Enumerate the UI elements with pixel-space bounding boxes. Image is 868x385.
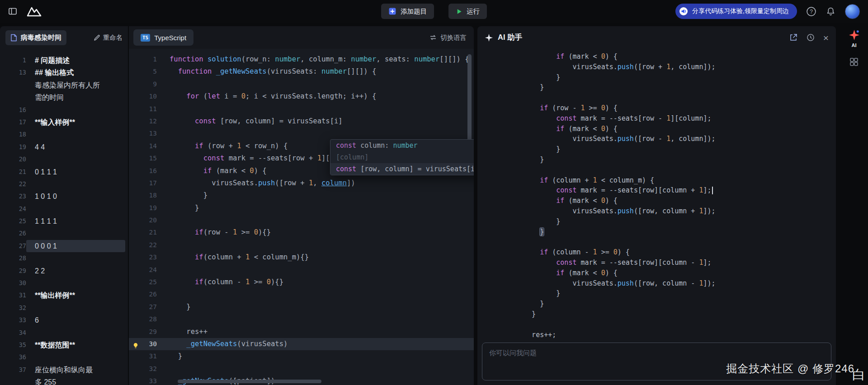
code-line[interactable]: 1function solution(row_n: number, column… bbox=[129, 53, 474, 66]
problem-markdown-editor[interactable]: 1# 问题描述13## 输出格式毒感染屋内所有人所需的时间1617**输入样例*… bbox=[0, 49, 128, 385]
ai-code-line[interactable]: } bbox=[515, 144, 836, 155]
doc-line[interactable]: 18 bbox=[0, 128, 128, 141]
ai-code-line[interactable]: } bbox=[515, 155, 836, 165]
tab-typescript[interactable]: TS TypeScript bbox=[133, 29, 193, 46]
rename-button[interactable]: 重命名 bbox=[94, 33, 123, 42]
ai-code-line[interactable] bbox=[515, 237, 836, 247]
history-button[interactable] bbox=[806, 33, 815, 42]
doc-line[interactable]: 210 1 1 1 bbox=[0, 166, 128, 178]
notifications-button[interactable] bbox=[826, 6, 836, 17]
ai-code-line[interactable]: virusSeats.push([row - 1, column]); bbox=[515, 134, 836, 144]
doc-line[interactable]: 20 bbox=[0, 153, 128, 165]
code-line[interactable]: 9 bbox=[129, 78, 474, 90]
sidebar-toggle-button[interactable] bbox=[8, 7, 17, 16]
ai-code-line[interactable]: if (row - 1 >= 0) { bbox=[515, 103, 836, 113]
ai-code-line[interactable]: virusSeats.push([row, column - 1]); bbox=[515, 278, 836, 289]
editor-horizontal-scrollbar[interactable] bbox=[178, 380, 321, 383]
doc-line[interactable]: 毒感染屋内所有人所 bbox=[0, 79, 128, 91]
ai-response-code[interactable]: if (mark < 0) { virusSeats.push([row + 1… bbox=[477, 49, 836, 339]
ai-code-line[interactable]: } bbox=[515, 216, 836, 227]
user-avatar[interactable] bbox=[845, 4, 860, 19]
code-line[interactable]: 13 bbox=[129, 127, 474, 140]
problem-title-tab[interactable]: 病毒感染时间 bbox=[5, 30, 66, 45]
doc-line[interactable]: 1# 问题描述 bbox=[0, 54, 128, 66]
doc-line[interactable]: 251 1 1 1 bbox=[0, 215, 128, 227]
ai-plugin-button[interactable]: AI bbox=[848, 29, 860, 48]
doc-line[interactable]: 194 4 bbox=[0, 141, 128, 153]
doc-line[interactable]: 31**输出样例** bbox=[0, 289, 128, 301]
ai-code-line[interactable]: if (mark < 0) { bbox=[515, 124, 836, 134]
ai-code-line[interactable] bbox=[515, 93, 836, 103]
code-line[interactable]: 26 bbox=[129, 288, 474, 300]
ai-code-line[interactable]: if (mark < 0) { bbox=[515, 52, 836, 62]
doc-line[interactable]: 26 bbox=[0, 227, 128, 239]
code-line[interactable]: 27 } bbox=[129, 301, 474, 313]
doc-line[interactable]: 34 bbox=[0, 327, 128, 339]
close-panel-button[interactable]: × bbox=[823, 33, 829, 42]
code-line[interactable]: 20 bbox=[129, 214, 474, 226]
doc-line[interactable]: 17**输入样例** bbox=[0, 116, 128, 128]
app-logo[interactable] bbox=[26, 5, 42, 17]
code-line[interactable]: 21 if(row - 1 >= 0){} bbox=[129, 226, 474, 239]
doc-line[interactable]: 32 bbox=[0, 302, 128, 314]
ai-code-line[interactable]: } bbox=[515, 82, 836, 93]
code-line[interactable]: 25 if(column - 1 >= 0){} bbox=[129, 276, 474, 288]
ai-code-line[interactable]: } bbox=[515, 288, 836, 299]
doc-line[interactable]: 需的时间 bbox=[0, 91, 128, 103]
ai-code-line[interactable]: } bbox=[515, 299, 836, 309]
ai-code-line[interactable]: virusSeats.push([row, column + 1]); bbox=[515, 206, 836, 216]
doc-line[interactable]: 28 bbox=[0, 252, 128, 264]
doc-line[interactable]: 22 bbox=[0, 178, 128, 190]
doc-line[interactable]: 36 bbox=[0, 351, 128, 363]
export-chat-button[interactable] bbox=[789, 33, 798, 42]
code-line[interactable]: 29 res++ bbox=[129, 326, 474, 338]
ai-code-line[interactable]: const mark = --seats[row][column + 1]; bbox=[515, 185, 836, 196]
doc-line[interactable]: 231 0 1 0 bbox=[0, 190, 128, 202]
code-line[interactable]: 19 } bbox=[129, 202, 474, 214]
doc-line[interactable]: 24 bbox=[0, 203, 128, 215]
doc-line[interactable]: 292 2 bbox=[0, 265, 128, 277]
run-button[interactable]: 运行 bbox=[448, 4, 487, 19]
tooltip-definition[interactable]: const [row, column] = virusSeats[i] bbox=[330, 163, 474, 175]
ai-code-line[interactable]: const mark = --seats[row][column - 1]; bbox=[515, 258, 836, 268]
ai-code-line[interactable]: res++; bbox=[515, 330, 836, 339]
code-line[interactable]: 23 if(column + 1 < column_m){} bbox=[129, 251, 474, 263]
ai-code-line[interactable]: if (column - 1 >= 0) { bbox=[515, 247, 836, 258]
code-line[interactable]: 28 bbox=[129, 313, 474, 325]
code-line[interactable]: 31 } bbox=[129, 350, 474, 362]
doc-line[interactable]: 35**数据范围** bbox=[0, 339, 128, 351]
add-question-button[interactable]: 添加题目 bbox=[381, 4, 434, 19]
promo-banner[interactable]: 分享代码练习体验,领限量定制周边 bbox=[675, 4, 797, 19]
ai-code-line[interactable]: if (mark < 0) { bbox=[515, 268, 836, 278]
ai-code-line[interactable]: } bbox=[515, 309, 836, 319]
code-line[interactable]: 24 bbox=[129, 264, 474, 276]
doc-line[interactable]: 37座位横向和纵向最 bbox=[0, 364, 128, 376]
extensions-button[interactable] bbox=[849, 57, 859, 67]
code-line[interactable]: 12 const [row, column] = virusSeats[i] bbox=[129, 115, 474, 127]
doc-line[interactable]: 270 0 0 1 bbox=[0, 240, 128, 252]
code-line[interactable]: 17 virusSeats.push([row + 1, column]) bbox=[129, 177, 474, 189]
code-line[interactable]: 5 function _getNewSeats(virusSeats: numb… bbox=[129, 66, 474, 78]
doc-line[interactable]: 13## 输出格式 bbox=[0, 66, 128, 79]
code-line[interactable]: 18 } bbox=[129, 189, 474, 202]
ai-code-line[interactable]: virusSeats.push([row + 1, column]); bbox=[515, 62, 836, 72]
code-editor[interactable]: 1function solution(row_n: number, column… bbox=[129, 49, 474, 385]
ai-code-line[interactable] bbox=[515, 319, 836, 330]
ai-code-line[interactable]: if (mark < 0) { bbox=[515, 196, 836, 206]
ai-code-line[interactable]: if (column + 1 < column_m) { bbox=[515, 175, 836, 186]
doc-line[interactable]: 多 255 bbox=[0, 376, 128, 385]
ai-code-line[interactable]: } bbox=[515, 227, 836, 237]
code-line[interactable]: 32 bbox=[129, 363, 474, 375]
switch-language-button[interactable]: 切换语言 bbox=[429, 33, 467, 42]
ai-code-line[interactable]: const mark = --seats[row - 1][column]; bbox=[515, 113, 836, 124]
code-line[interactable]: 11 bbox=[129, 103, 474, 115]
code-line[interactable]: 10 for (let i = 0; i < virusSeats.length… bbox=[129, 90, 474, 103]
code-line[interactable]: 30 _getNewSeats(virusSeats) bbox=[129, 338, 474, 350]
doc-line[interactable]: 336 bbox=[0, 314, 128, 326]
doc-line[interactable]: 16 bbox=[0, 104, 128, 116]
code-line[interactable]: 22 bbox=[129, 239, 474, 251]
help-button[interactable]: ? bbox=[806, 6, 816, 17]
ai-code-line[interactable]: } bbox=[515, 72, 836, 83]
ai-code-line[interactable] bbox=[515, 165, 836, 175]
doc-line[interactable]: 30 bbox=[0, 277, 128, 289]
